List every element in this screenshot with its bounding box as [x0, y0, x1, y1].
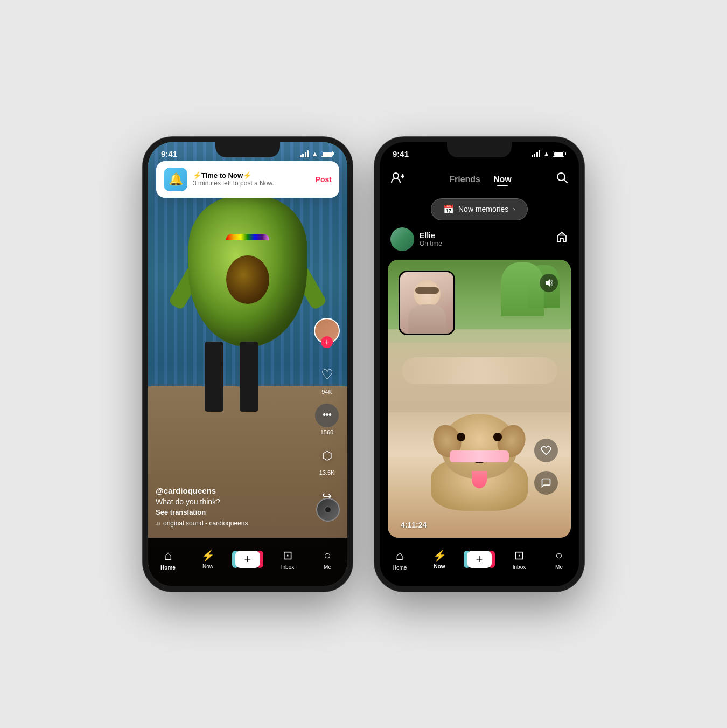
nav-add[interactable]: +: [228, 551, 268, 568]
now-post-actions: [534, 439, 558, 495]
status-bar-2: 9:41 ▲: [380, 142, 579, 166]
notification-title: ⚡Time to Now⚡: [193, 171, 310, 179]
status-time: 9:41: [161, 149, 177, 158]
phone-1-screen: 9:41 ▲: [148, 142, 347, 586]
author-info: Ellie On time: [420, 231, 442, 247]
nav-me[interactable]: ○ Me: [307, 549, 347, 570]
bookmark-button[interactable]: ⬡ 13.5K: [315, 444, 339, 476]
signal-bars-2: [532, 150, 541, 157]
leg-right: [240, 342, 258, 412]
hammock-area: [388, 329, 571, 413]
comment-count: 1560: [320, 429, 333, 435]
tab-friends[interactable]: Friends: [449, 175, 480, 184]
signal-bar-1: [300, 155, 302, 157]
status-bar: 9:41 ▲: [148, 142, 347, 166]
add-button-wrapper-2: +: [467, 551, 492, 568]
status-icons: ▲: [300, 150, 334, 158]
phone-2-screen: 9:41 ▲: [380, 142, 579, 586]
chevron-right-icon: ›: [513, 205, 515, 213]
status-time-2: 9:41: [393, 149, 409, 158]
nav-inbox-2[interactable]: ⊡ Inbox: [499, 549, 539, 570]
post-share-button[interactable]: [555, 231, 568, 247]
nav-now-2[interactable]: ⚡ Now: [420, 549, 459, 570]
add-friend-icon[interactable]: [390, 172, 404, 187]
post-comment-button[interactable]: [534, 471, 558, 495]
signal-bar-4: [307, 150, 309, 157]
notification-icon: 🔔: [164, 168, 187, 191]
nav-home-label: Home: [160, 565, 176, 571]
signal-bars: [300, 150, 309, 157]
home-icon-2: ⌂: [396, 548, 404, 563]
wifi-icon-2: ▲: [543, 150, 550, 158]
nav-inbox-label-2: Inbox: [513, 564, 526, 570]
selfie-face: [414, 280, 441, 307]
author-avatar-image: [390, 227, 414, 251]
nav-home[interactable]: ⌂ Home: [148, 548, 188, 571]
nav-me-2[interactable]: ○ Me: [539, 549, 579, 570]
notification-subtitle: 3 minutes left to post a Now.: [193, 179, 310, 187]
now-post-content: 4:11:24: [388, 260, 571, 538]
battery-icon-2: [553, 151, 566, 157]
nav-home-label-2: Home: [393, 565, 407, 571]
nav-me-label-2: Me: [555, 564, 563, 570]
nav-now-label: Now: [202, 564, 213, 570]
like-button[interactable]: ♡ 94K: [315, 363, 339, 395]
avocado-legs: [205, 342, 258, 412]
phone-1: 9:41 ▲: [143, 137, 353, 592]
phone-2: 9:41 ▲: [374, 137, 584, 592]
add-btn-center-2: +: [467, 551, 492, 568]
now-memories-button[interactable]: 📅 Now memories ›: [431, 198, 528, 220]
nav-tabs: Friends Now: [449, 175, 512, 184]
now-header: Friends Now: [380, 166, 579, 193]
me-icon: ○: [324, 549, 331, 563]
tab-now[interactable]: Now: [493, 175, 512, 184]
add-btn-center: +: [235, 551, 260, 568]
sound-icon[interactable]: [540, 274, 558, 292]
nav-me-label: Me: [324, 564, 331, 570]
avocado-pit: [226, 255, 269, 304]
comment-button[interactable]: ••• 1560: [315, 404, 339, 435]
notification-text: ⚡Time to Now⚡ 3 minutes left to post a N…: [193, 171, 310, 187]
post-author: Ellie On time: [390, 227, 442, 251]
svg-line-4: [564, 179, 567, 183]
leg-left: [205, 342, 223, 412]
calendar-icon: 📅: [443, 204, 454, 214]
rainbow-decoration: [226, 234, 269, 240]
search-icon-btn[interactable]: [556, 172, 568, 187]
see-translation[interactable]: See translation: [156, 508, 310, 516]
signal-bar-3: [305, 152, 306, 157]
nav-inbox[interactable]: ⊡ Inbox: [268, 549, 307, 570]
avocado-figure: [188, 185, 307, 412]
nav-add-2[interactable]: +: [459, 551, 499, 568]
battery-body-2: [553, 151, 564, 157]
bookmark-count: 13.5K: [319, 469, 335, 476]
bookmark-icon: ⬡: [315, 444, 339, 468]
battery-fill-2: [554, 152, 563, 156]
music-note-icon: ♫: [156, 519, 160, 527]
follow-button[interactable]: +: [321, 336, 333, 348]
now-icon: ⚡: [201, 549, 215, 562]
right-sidebar: + ♡ 94K ••• 1560 ⬡ 13.5K ↪ 13.5K: [314, 318, 340, 516]
dog-head: [442, 414, 517, 479]
sound-disc: [316, 498, 340, 522]
nav-now[interactable]: ⚡ Now: [188, 549, 228, 570]
notification-banner[interactable]: 🔔 ⚡Time to Now⚡ 3 minutes left to post a…: [156, 161, 339, 198]
status-icons-2: ▲: [532, 150, 566, 158]
signal-bar-2-3: [536, 152, 538, 157]
nav-home-2[interactable]: ⌂ Home: [380, 548, 420, 571]
wifi-icon: ▲: [311, 150, 318, 158]
like-count: 94K: [321, 389, 332, 395]
avatar-wrapper: +: [314, 318, 340, 344]
selfie-body: [408, 304, 446, 335]
dog-eye-right: [493, 433, 502, 441]
notification-post-button[interactable]: Post: [316, 175, 332, 184]
now-memories-label: Now memories: [458, 205, 508, 213]
video-username[interactable]: @cardioqueens: [156, 486, 310, 495]
video-caption: What do you think?: [156, 497, 310, 506]
hammock: [402, 357, 557, 384]
author-timing: On time: [420, 240, 442, 247]
author-avatar[interactable]: [390, 227, 414, 251]
svg-marker-5: [546, 279, 550, 287]
selfie-image: [400, 272, 453, 334]
post-like-button[interactable]: [534, 439, 558, 462]
